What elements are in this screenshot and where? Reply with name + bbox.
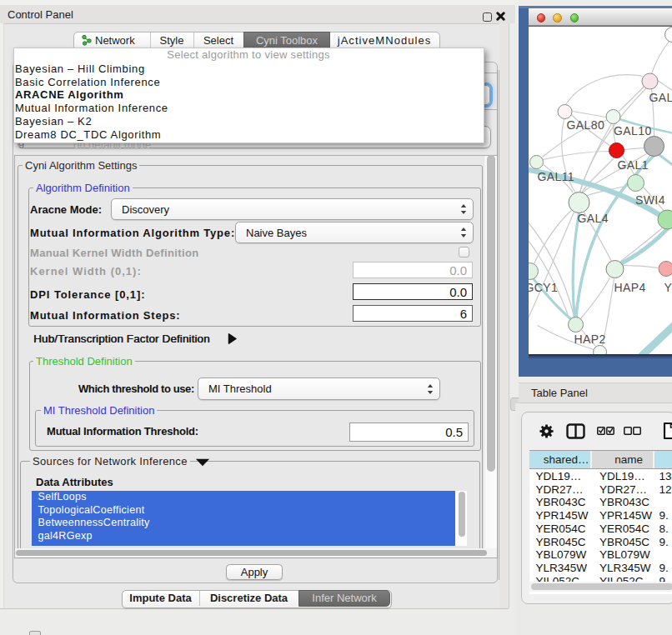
svg-text:HAP2: HAP2 [574, 332, 605, 346]
svg-text:GAL80: GAL80 [566, 118, 604, 132]
svg-text:GAL11: GAL11 [537, 170, 574, 183]
svg-text:GAL10: GAL10 [614, 124, 652, 138]
svg-text:GAL1: GAL1 [617, 158, 648, 172]
svg-text:GAL7: GAL7 [649, 90, 672, 103]
svg-text:SWI4: SWI4 [635, 193, 665, 207]
svg-text:GCY1: GCY1 [529, 281, 558, 294]
svg-text:GAL4: GAL4 [577, 211, 608, 224]
svg-text:Y: Y [664, 281, 672, 294]
svg-text:HAP4: HAP4 [614, 281, 645, 294]
